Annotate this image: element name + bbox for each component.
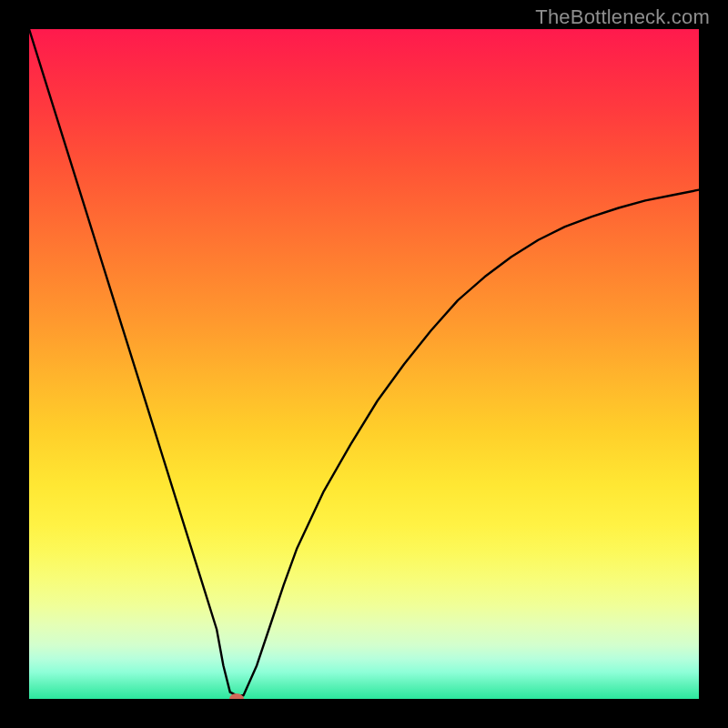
bottleneck-curve [29,29,699,699]
plot-area [29,29,699,699]
chart-frame: TheBottleneck.com [0,0,728,728]
optimum-marker [229,693,244,699]
watermark-text: TheBottleneck.com [535,5,710,29]
